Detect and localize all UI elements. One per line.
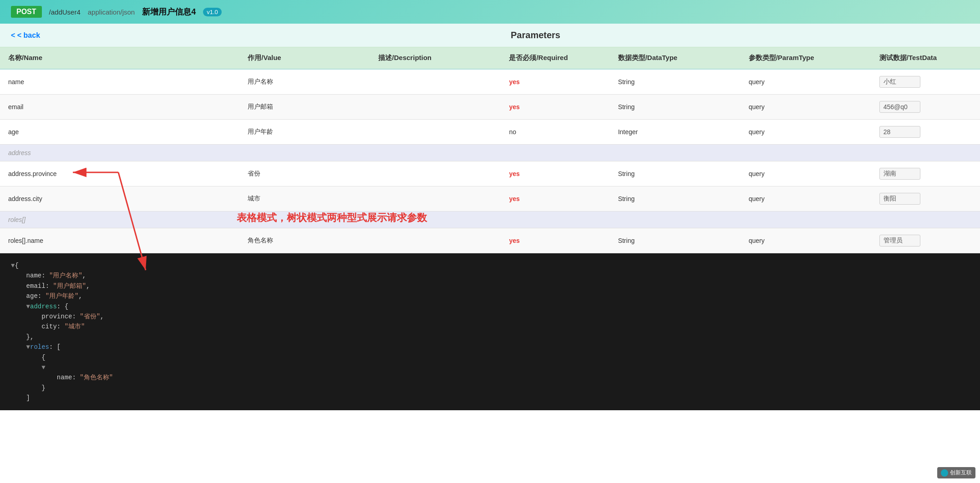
watermark-label: 创新互联 bbox=[950, 469, 972, 477]
param-description bbox=[370, 95, 501, 120]
param-description bbox=[370, 186, 501, 211]
param-value: 用户年龄 bbox=[239, 120, 370, 145]
col-header-paramtype: 参数类型/ParamType bbox=[741, 47, 871, 69]
json-line: age: "用户年龄", bbox=[11, 291, 969, 301]
back-link[interactable]: < < back bbox=[11, 31, 102, 40]
table-header: 名称/Name 作用/Value 描述/Description 是否必须/Req… bbox=[0, 47, 980, 69]
param-datatype: Integer bbox=[610, 120, 741, 145]
param-datatype: String bbox=[610, 69, 741, 95]
table-row: age用户年龄noIntegerquery bbox=[0, 120, 980, 145]
param-datatype: String bbox=[610, 186, 741, 211]
param-testdata-cell bbox=[871, 69, 980, 95]
table-row: address bbox=[0, 145, 980, 161]
table-row: roles[].name角色名称yesStringquery bbox=[0, 228, 980, 253]
table-row: email用户邮箱yesStringquery bbox=[0, 95, 980, 120]
col-header-value: 作用/Value bbox=[239, 47, 370, 69]
nav-row: < < back Parameters bbox=[0, 24, 980, 47]
param-value: 用户名称 bbox=[239, 69, 370, 95]
param-required: yes bbox=[501, 228, 609, 253]
param-value: 省份 bbox=[239, 161, 370, 186]
content-type: application/json bbox=[88, 8, 135, 16]
json-line: { bbox=[11, 352, 969, 362]
json-line: province: "省份", bbox=[11, 312, 969, 322]
json-line: ] bbox=[11, 393, 969, 403]
json-line: } bbox=[11, 383, 969, 393]
param-name: roles[].name bbox=[0, 228, 239, 253]
params-title: Parameters bbox=[102, 30, 969, 40]
col-header-name: 名称/Name bbox=[0, 47, 239, 69]
col-header-desc: 描述/Description bbox=[370, 47, 501, 69]
method-badge: POST bbox=[11, 6, 42, 18]
test-data-input[interactable] bbox=[879, 235, 920, 247]
json-panel: ▼{ name: "用户名称", email: "用户邮箱", age: "用户… bbox=[0, 253, 980, 410]
param-name: age bbox=[0, 120, 239, 145]
json-line: city: "城市" bbox=[11, 322, 969, 332]
table-body: name用户名称yesStringqueryemail用户邮箱yesString… bbox=[0, 69, 980, 253]
json-line: ▼roles: [ bbox=[11, 342, 969, 352]
param-value: 用户邮箱 bbox=[239, 95, 370, 120]
param-testdata-cell bbox=[871, 95, 980, 120]
param-datatype: String bbox=[610, 95, 741, 120]
table-row: name用户名称yesStringquery bbox=[0, 69, 980, 95]
header-bar: POST /addUser4 application/json 新增用户信息4 … bbox=[0, 0, 980, 24]
param-name: address.city bbox=[0, 186, 239, 211]
col-header-testdata: 测试数据/TestData bbox=[871, 47, 980, 69]
version-badge: v1.0 bbox=[203, 8, 222, 16]
api-path: /addUser4 bbox=[49, 8, 81, 16]
json-line: name: "角色名称" bbox=[11, 372, 969, 382]
param-description bbox=[370, 69, 501, 95]
param-paramtype: query bbox=[741, 161, 871, 186]
param-paramtype: query bbox=[741, 228, 871, 253]
json-line: email: "用户邮箱", bbox=[11, 281, 969, 291]
json-line: }, bbox=[11, 332, 969, 342]
test-data-input[interactable] bbox=[879, 101, 920, 113]
table-row: address.city城市yesStringquery bbox=[0, 186, 980, 211]
param-description bbox=[370, 120, 501, 145]
annotation-text: 表格模式，树状模式两种型式展示请求参数 bbox=[237, 211, 427, 225]
param-datatype: String bbox=[610, 161, 741, 186]
table-row: roles[] bbox=[0, 211, 980, 228]
watermark: 创新互联 bbox=[937, 467, 975, 478]
test-data-input[interactable] bbox=[879, 168, 920, 180]
param-description bbox=[370, 228, 501, 253]
json-line: ▼address: { bbox=[11, 302, 969, 312]
test-data-input[interactable] bbox=[879, 76, 920, 88]
param-value: 城市 bbox=[239, 186, 370, 211]
test-data-input[interactable] bbox=[879, 126, 920, 138]
param-paramtype: query bbox=[741, 186, 871, 211]
param-testdata-cell bbox=[871, 161, 980, 186]
json-line: name: "用户名称", bbox=[11, 271, 969, 281]
param-testdata-cell bbox=[871, 120, 980, 145]
json-line: ▼{ bbox=[11, 261, 969, 271]
test-data-input[interactable] bbox=[879, 193, 920, 205]
watermark-icon bbox=[941, 469, 948, 477]
param-paramtype: query bbox=[741, 69, 871, 95]
col-header-datatype: 数据类型/DataType bbox=[610, 47, 741, 69]
param-required: yes bbox=[501, 161, 609, 186]
param-value: 角色名称 bbox=[239, 228, 370, 253]
param-name: email bbox=[0, 95, 239, 120]
param-required: yes bbox=[501, 186, 609, 211]
param-paramtype: query bbox=[741, 95, 871, 120]
param-required: yes bbox=[501, 69, 609, 95]
param-datatype: String bbox=[610, 228, 741, 253]
param-testdata-cell bbox=[871, 186, 980, 211]
col-header-required: 是否必须/Required bbox=[501, 47, 609, 69]
table-wrapper: 表格模式，树状模式两种型式展示请求参数 名称/Name 作用/Value 描述/… bbox=[0, 47, 980, 253]
json-line: ▼ bbox=[11, 362, 969, 372]
param-name: address.province bbox=[0, 161, 239, 186]
param-name: name bbox=[0, 69, 239, 95]
param-description bbox=[370, 161, 501, 186]
param-testdata-cell bbox=[871, 228, 980, 253]
api-title: 新增用户信息4 bbox=[142, 6, 196, 17]
param-required: yes bbox=[501, 95, 609, 120]
params-table: 名称/Name 作用/Value 描述/Description 是否必须/Req… bbox=[0, 47, 980, 253]
table-row: address.province省份yesStringquery bbox=[0, 161, 980, 186]
group-header-cell: address bbox=[0, 145, 980, 161]
param-required: no bbox=[501, 120, 609, 145]
group-header-cell: roles[] bbox=[0, 211, 980, 228]
param-paramtype: query bbox=[741, 120, 871, 145]
